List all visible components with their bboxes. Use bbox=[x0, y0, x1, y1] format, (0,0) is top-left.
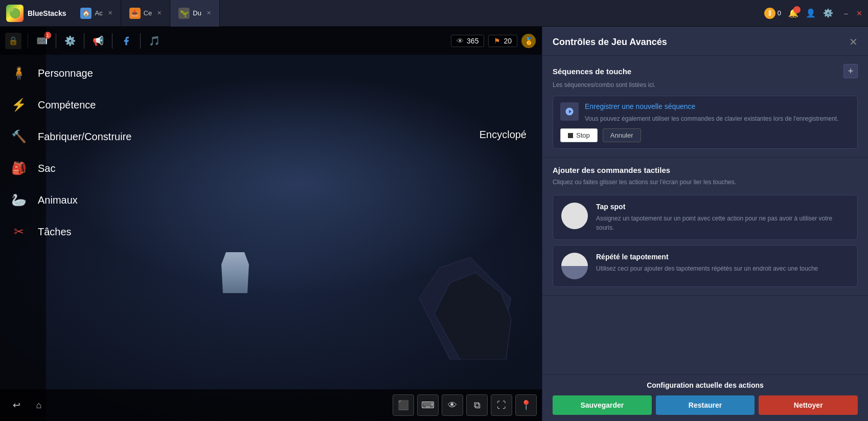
repeated-tap-card[interactable]: Répété le tapotement Utilisez ceci pour … bbox=[553, 245, 858, 287]
tab-1[interactable]: 🏠 Ac ✕ bbox=[72, 0, 121, 27]
clear-button[interactable]: Nettoyer bbox=[759, 395, 858, 415]
repeated-tap-desc: Utilisez ceci pour ajouter des tapotemen… bbox=[596, 264, 818, 273]
tap-spot-desc: Assignez un tapotement sur un point avec… bbox=[596, 214, 849, 232]
record-link[interactable]: Enregistrer une nouvelle séquence bbox=[585, 102, 850, 110]
sequences-subtitle: Les séquences/combo sont listées ici. bbox=[553, 81, 858, 88]
hud-stat2-value: 20 bbox=[504, 37, 512, 45]
hud-extra-icon[interactable]: 🎵 bbox=[147, 33, 162, 49]
taches-icon: ✂ bbox=[10, 223, 28, 240]
bottom-location-icon[interactable]: 📍 bbox=[515, 394, 537, 416]
hud-facebook-icon[interactable] bbox=[119, 33, 134, 49]
panel-header: Contrôles de Jeu Avancés ✕ bbox=[542, 27, 868, 56]
sequences-add-button[interactable]: + bbox=[843, 64, 858, 78]
hud-stat1-icon: 👁 bbox=[456, 37, 464, 45]
hud-gold-icon[interactable]: 🏅 bbox=[521, 34, 536, 48]
window-controls: – ✕ bbox=[841, 9, 868, 18]
tab1-label: Ac bbox=[95, 9, 102, 17]
config-section: Configuration actuelle des actions Sauve… bbox=[542, 374, 868, 421]
panel-close-button[interactable]: ✕ bbox=[849, 36, 858, 48]
tab2-label: Ce bbox=[144, 9, 152, 17]
tap-spot-card[interactable]: Tap spot Assignez un tapotement sur un p… bbox=[553, 195, 858, 240]
notification-bell[interactable]: 🔔 bbox=[788, 8, 798, 18]
tab3-icon: 🦖 bbox=[178, 8, 190, 19]
panel-content: Séquences de touche + Les séquences/comb… bbox=[542, 56, 868, 374]
bottom-eye-icon[interactable]: 👁 bbox=[442, 394, 463, 416]
hud-separator4 bbox=[112, 33, 112, 49]
encyclo-label: Encyclopé bbox=[479, 129, 527, 140]
stop-icon bbox=[568, 133, 573, 138]
hud-separator2 bbox=[56, 33, 56, 49]
logo-area: 🟢 BlueStacks bbox=[0, 5, 72, 22]
bottom-expand-icon[interactable]: ⛶ bbox=[491, 394, 512, 416]
tab-3[interactable]: 🦖 Du ✕ bbox=[170, 0, 220, 27]
menu-label-animaux: Animaux bbox=[38, 194, 78, 206]
notification-badge bbox=[793, 6, 801, 13]
record-card: Enregistrer une nouvelle séquence Vous p… bbox=[553, 96, 858, 149]
stop-label: Stop bbox=[576, 131, 590, 139]
touch-commands-header: Ajouter des commandes tactiles bbox=[553, 166, 858, 174]
bottom-keyboard-icon[interactable]: ⌨ bbox=[417, 394, 439, 416]
menu-item-personnage[interactable]: 🧍 Personnage bbox=[0, 57, 143, 89]
menu-item-sac[interactable]: 🎒 Sac bbox=[0, 152, 143, 184]
tab1-close[interactable]: ✕ bbox=[108, 10, 112, 16]
character-body bbox=[220, 252, 250, 293]
cancel-button[interactable]: Annuler bbox=[603, 128, 641, 142]
close-button[interactable]: ✕ bbox=[855, 9, 864, 18]
hud-separator5 bbox=[140, 33, 141, 49]
right-panel: Contrôles de Jeu Avancés ✕ Séquences de … bbox=[542, 27, 868, 421]
app-name: BlueStacks bbox=[28, 9, 66, 17]
hud-stat2-icon: ⚑ bbox=[494, 37, 500, 45]
cancel-label: Annuler bbox=[610, 131, 633, 139]
touch-commands-title: Ajouter des commandes tactiles bbox=[553, 166, 670, 174]
coin-area: ₿ 0 bbox=[764, 8, 781, 19]
tap-spot-title: Tap spot bbox=[596, 203, 849, 211]
record-buttons: Stop Annuler bbox=[560, 128, 850, 142]
restore-button[interactable]: Restaurer bbox=[656, 395, 755, 415]
touch-commands-section: Ajouter des commandes tactiles Cliquez o… bbox=[542, 158, 868, 296]
panel-title: Contrôles de Jeu Avancés bbox=[553, 37, 667, 48]
menu-item-animaux[interactable]: 🦢 Animaux bbox=[0, 184, 143, 216]
record-icon bbox=[560, 102, 579, 121]
game-menu: 🧍 Personnage ⚡ Compétence 🔨 Fabriquer/Co… bbox=[0, 57, 143, 248]
game-character bbox=[220, 252, 250, 293]
minimize-button[interactable]: – bbox=[841, 9, 851, 18]
save-button[interactable]: Sauvegarder bbox=[553, 395, 652, 415]
tab-2[interactable]: 📥 Ce ✕ bbox=[121, 0, 171, 27]
menu-label-taches: Tâches bbox=[38, 226, 72, 238]
menu-label-fabriquer: Fabriquer/Construire bbox=[38, 131, 131, 143]
tab3-close[interactable]: ✕ bbox=[207, 10, 211, 16]
rock-formation bbox=[409, 247, 511, 360]
account-icon[interactable]: 👤 bbox=[806, 8, 816, 18]
tab3-label: Du bbox=[193, 9, 201, 17]
menu-item-competence[interactable]: ⚡ Compétence bbox=[0, 89, 143, 121]
bottom-screen-icon[interactable]: ⬛ bbox=[393, 394, 414, 416]
game-viewport[interactable]: 🔒 ✉️ 1 ⚙️ 📢 🎵 bbox=[0, 27, 542, 421]
menu-item-fabriquer[interactable]: 🔨 Fabriquer/Construire bbox=[0, 121, 143, 152]
config-title: Configuration actuelle des actions bbox=[553, 381, 858, 389]
hud-settings-icon[interactable]: ⚙️ bbox=[62, 33, 78, 49]
bottom-copy-icon[interactable]: ⧉ bbox=[466, 394, 488, 416]
titlebar: 🟢 BlueStacks 🏠 Ac ✕ 📥 Ce ✕ 🦖 Du ✕ ₿ 0 🔔 bbox=[0, 0, 868, 27]
hud-speaker-icon[interactable]: 📢 bbox=[90, 33, 106, 49]
coin-value: 0 bbox=[778, 9, 781, 17]
record-description: Vous pouvez également utiliser les comma… bbox=[585, 115, 839, 122]
hud-stat-2: ⚑ 20 bbox=[488, 35, 517, 47]
settings-icon[interactable]: ⚙️ bbox=[823, 8, 833, 18]
record-card-top: Enregistrer une nouvelle séquence Vous p… bbox=[560, 102, 850, 123]
game-hud: 🔒 ✉️ 1 ⚙️ 📢 🎵 bbox=[0, 27, 542, 55]
encyclo-text: Encyclopé bbox=[479, 129, 527, 141]
bottom-right-icons: ⬛ ⌨ 👁 ⧉ ⛶ 📍 bbox=[393, 394, 537, 416]
tab1-icon: 🏠 bbox=[80, 8, 92, 19]
hud-separator3 bbox=[84, 33, 84, 49]
stop-button[interactable]: Stop bbox=[560, 128, 598, 142]
menu-item-taches[interactable]: ✂ Tâches bbox=[0, 216, 143, 248]
bottom-back-icon[interactable]: ↩ bbox=[7, 396, 26, 414]
sequences-header: Séquences de touche + bbox=[553, 64, 858, 78]
tab2-close[interactable]: ✕ bbox=[157, 10, 162, 16]
tap-spot-text: Tap spot Assignez un tapotement sur un p… bbox=[596, 203, 849, 232]
record-text: Enregistrer une nouvelle séquence Vous p… bbox=[585, 102, 850, 123]
sequences-title: Séquences de touche bbox=[553, 67, 631, 76]
bottom-home-icon[interactable]: ⌂ bbox=[30, 396, 48, 414]
repeated-tap-title: Répété le tapotement bbox=[596, 253, 818, 261]
menu-label-sac: Sac bbox=[38, 163, 55, 174]
